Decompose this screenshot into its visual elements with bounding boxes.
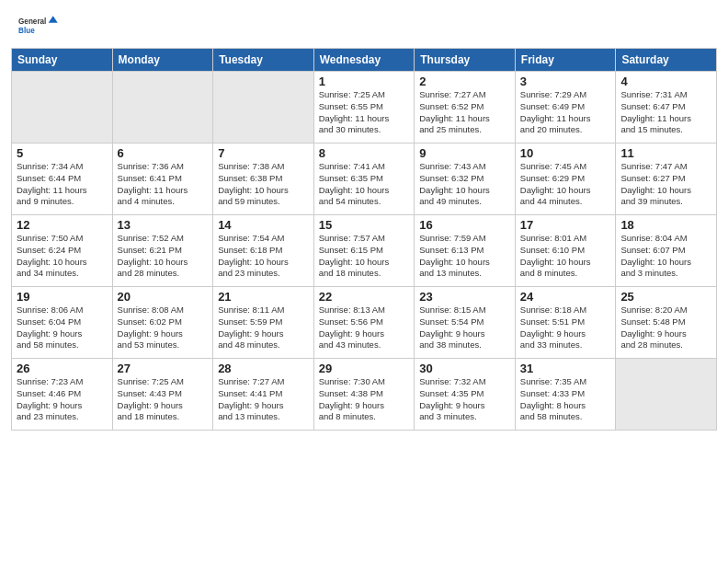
day-info: Sunrise: 7:45 AM Sunset: 6:29 PM Dayligh…: [520, 161, 611, 208]
day-cell: 31Sunrise: 7:35 AM Sunset: 4:33 PM Dayli…: [515, 359, 616, 431]
day-cell: 2Sunrise: 7:27 AM Sunset: 6:52 PM Daylig…: [415, 72, 516, 144]
week-row-3: 12Sunrise: 7:50 AM Sunset: 6:24 PM Dayli…: [12, 215, 717, 287]
day-number: 29: [319, 362, 410, 375]
day-number: 13: [118, 218, 209, 232]
day-number: 11: [620, 146, 711, 160]
day-cell: 15Sunrise: 7:57 AM Sunset: 6:15 PM Dayli…: [313, 215, 415, 287]
day-info: Sunrise: 7:23 AM Sunset: 4:46 PM Dayligh…: [17, 376, 108, 423]
day-number: 5: [17, 146, 108, 160]
day-info: Sunrise: 7:36 AM Sunset: 6:41 PM Dayligh…: [118, 161, 209, 208]
day-number: 20: [118, 290, 209, 304]
day-number: 15: [319, 218, 410, 232]
day-number: 24: [520, 290, 611, 304]
day-info: Sunrise: 7:30 AM Sunset: 4:38 PM Dayligh…: [319, 376, 410, 423]
day-cell: 1Sunrise: 7:25 AM Sunset: 6:55 PM Daylig…: [313, 72, 415, 144]
calendar-table: SundayMondayTuesdayWednesdayThursdayFrid…: [11, 48, 717, 431]
calendar-wrapper: SundayMondayTuesdayWednesdayThursdayFrid…: [0, 48, 728, 438]
day-number: 14: [218, 218, 309, 232]
day-info: Sunrise: 7:27 AM Sunset: 4:41 PM Dayligh…: [218, 376, 309, 423]
day-number: 4: [620, 75, 711, 88]
day-info: Sunrise: 8:06 AM Sunset: 6:04 PM Dayligh…: [17, 304, 108, 351]
weekday-header-tuesday: Tuesday: [213, 49, 314, 72]
day-info: Sunrise: 7:25 AM Sunset: 6:55 PM Dayligh…: [319, 89, 410, 136]
day-number: 18: [620, 218, 711, 232]
day-info: Sunrise: 7:29 AM Sunset: 6:49 PM Dayligh…: [520, 89, 611, 136]
day-info: Sunrise: 7:59 AM Sunset: 6:13 PM Dayligh…: [419, 233, 510, 280]
weekday-header-saturday: Saturday: [616, 49, 717, 72]
day-number: 21: [218, 290, 309, 304]
day-cell: 6Sunrise: 7:36 AM Sunset: 6:41 PM Daylig…: [112, 144, 213, 215]
day-cell: 8Sunrise: 7:41 AM Sunset: 6:35 PM Daylig…: [313, 144, 415, 215]
weekday-header-row: SundayMondayTuesdayWednesdayThursdayFrid…: [12, 49, 717, 72]
day-cell: 14Sunrise: 7:54 AM Sunset: 6:18 PM Dayli…: [213, 215, 314, 287]
day-info: Sunrise: 8:01 AM Sunset: 6:10 PM Dayligh…: [520, 233, 611, 280]
day-number: 1: [319, 75, 410, 88]
day-cell: [213, 72, 314, 144]
week-row-1: 1Sunrise: 7:25 AM Sunset: 6:55 PM Daylig…: [12, 72, 717, 144]
day-cell: 25Sunrise: 8:20 AM Sunset: 5:48 PM Dayli…: [616, 287, 717, 359]
day-info: Sunrise: 7:50 AM Sunset: 6:24 PM Dayligh…: [17, 233, 108, 280]
day-info: Sunrise: 7:47 AM Sunset: 6:27 PM Dayligh…: [620, 161, 711, 208]
logo-svg: General Blue: [18, 9, 59, 42]
day-cell: 7Sunrise: 7:38 AM Sunset: 6:38 PM Daylig…: [213, 144, 314, 215]
day-info: Sunrise: 7:27 AM Sunset: 6:52 PM Dayligh…: [419, 89, 510, 136]
day-number: 6: [118, 146, 209, 160]
day-info: Sunrise: 7:35 AM Sunset: 4:33 PM Dayligh…: [520, 376, 611, 423]
day-info: Sunrise: 8:04 AM Sunset: 6:07 PM Dayligh…: [620, 233, 711, 280]
weekday-header-sunday: Sunday: [12, 49, 113, 72]
day-info: Sunrise: 7:34 AM Sunset: 6:44 PM Dayligh…: [17, 161, 108, 208]
day-number: 31: [520, 362, 611, 375]
day-info: Sunrise: 8:15 AM Sunset: 5:54 PM Dayligh…: [419, 304, 510, 351]
day-number: 27: [118, 362, 209, 375]
day-number: 26: [17, 362, 108, 375]
week-row-4: 19Sunrise: 8:06 AM Sunset: 6:04 PM Dayli…: [12, 287, 717, 359]
day-cell: 5Sunrise: 7:34 AM Sunset: 6:44 PM Daylig…: [12, 144, 113, 215]
day-number: 3: [520, 75, 611, 88]
day-cell: 30Sunrise: 7:32 AM Sunset: 4:35 PM Dayli…: [415, 359, 516, 431]
day-cell: 13Sunrise: 7:52 AM Sunset: 6:21 PM Dayli…: [112, 215, 213, 287]
weekday-header-thursday: Thursday: [415, 49, 516, 72]
day-info: Sunrise: 8:13 AM Sunset: 5:56 PM Dayligh…: [319, 304, 410, 351]
day-cell: 10Sunrise: 7:45 AM Sunset: 6:29 PM Dayli…: [515, 144, 616, 215]
svg-text:Blue: Blue: [18, 27, 35, 35]
day-number: 30: [419, 362, 510, 375]
weekday-header-monday: Monday: [112, 49, 213, 72]
day-cell: 17Sunrise: 8:01 AM Sunset: 6:10 PM Dayli…: [515, 215, 616, 287]
day-info: Sunrise: 7:54 AM Sunset: 6:18 PM Dayligh…: [218, 233, 309, 280]
day-cell: 26Sunrise: 7:23 AM Sunset: 4:46 PM Dayli…: [12, 359, 113, 431]
day-cell: 3Sunrise: 7:29 AM Sunset: 6:49 PM Daylig…: [515, 72, 616, 144]
page-header: General Blue: [0, 0, 728, 48]
day-cell: 19Sunrise: 8:06 AM Sunset: 6:04 PM Dayli…: [12, 287, 113, 359]
day-info: Sunrise: 7:25 AM Sunset: 4:43 PM Dayligh…: [118, 376, 209, 423]
day-cell: 28Sunrise: 7:27 AM Sunset: 4:41 PM Dayli…: [213, 359, 314, 431]
day-cell: [112, 72, 213, 144]
day-info: Sunrise: 7:41 AM Sunset: 6:35 PM Dayligh…: [319, 161, 410, 208]
weekday-header-wednesday: Wednesday: [313, 49, 415, 72]
day-number: 17: [520, 218, 611, 232]
day-info: Sunrise: 7:43 AM Sunset: 6:32 PM Dayligh…: [419, 161, 510, 208]
day-cell: 27Sunrise: 7:25 AM Sunset: 4:43 PM Dayli…: [112, 359, 213, 431]
day-cell: 9Sunrise: 7:43 AM Sunset: 6:32 PM Daylig…: [415, 144, 516, 215]
svg-text:General: General: [18, 17, 46, 26]
day-number: 22: [319, 290, 410, 304]
day-cell: [12, 72, 113, 144]
day-info: Sunrise: 7:31 AM Sunset: 6:47 PM Dayligh…: [620, 89, 711, 136]
day-info: Sunrise: 8:08 AM Sunset: 6:02 PM Dayligh…: [118, 304, 209, 351]
day-cell: 23Sunrise: 8:15 AM Sunset: 5:54 PM Dayli…: [415, 287, 516, 359]
logo: General Blue: [18, 9, 59, 42]
day-number: 7: [218, 146, 309, 160]
day-cell: 18Sunrise: 8:04 AM Sunset: 6:07 PM Dayli…: [616, 215, 717, 287]
day-number: 8: [319, 146, 410, 160]
day-cell: 29Sunrise: 7:30 AM Sunset: 4:38 PM Dayli…: [313, 359, 415, 431]
day-info: Sunrise: 7:38 AM Sunset: 6:38 PM Dayligh…: [218, 161, 309, 208]
day-number: 16: [419, 218, 510, 232]
day-number: 12: [17, 218, 108, 232]
day-number: 19: [17, 290, 108, 304]
day-number: 23: [419, 290, 510, 304]
day-info: Sunrise: 8:11 AM Sunset: 5:59 PM Dayligh…: [218, 304, 309, 351]
day-cell: 21Sunrise: 8:11 AM Sunset: 5:59 PM Dayli…: [213, 287, 314, 359]
day-number: 25: [620, 290, 711, 304]
day-number: 10: [520, 146, 611, 160]
day-info: Sunrise: 8:20 AM Sunset: 5:48 PM Dayligh…: [620, 304, 711, 351]
day-cell: 11Sunrise: 7:47 AM Sunset: 6:27 PM Dayli…: [616, 144, 717, 215]
